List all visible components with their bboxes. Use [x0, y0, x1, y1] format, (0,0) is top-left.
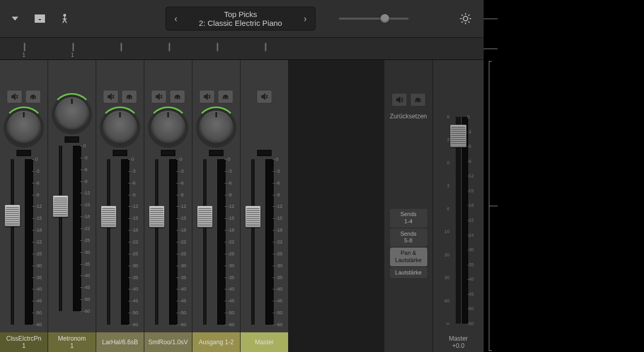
chevron-right-icon[interactable]: ›: [300, 13, 310, 24]
channel-strip: 0-3-6-9-12-15-18-22-25-30-35-40-45-50-60…: [96, 60, 144, 352]
fader-track[interactable]: [155, 159, 158, 325]
marker-tick: [121, 43, 122, 51]
mixer-area: 0-3-6-9-12-15-18-22-25-30-35-40-45-50-60…: [0, 60, 484, 352]
mute-icon[interactable]: [199, 90, 215, 103]
headphones-icon[interactable]: [170, 90, 185, 103]
headphones-icon[interactable]: [218, 90, 233, 103]
fader-mode-button[interactable]: Sends5-8: [390, 228, 427, 247]
master-fader-cap[interactable]: [450, 125, 467, 147]
callout-line: [484, 19, 498, 19]
fader-mode-button[interactable]: Lautstärke: [390, 267, 427, 279]
fader-cap[interactable]: [197, 206, 213, 227]
right-block: Zurücksetzen Sends1-4Sends5-8Pan &Lautst…: [384, 60, 484, 352]
mute-icon[interactable]: [392, 93, 407, 106]
fader-mode-button[interactable]: Sends1-4: [390, 209, 427, 227]
fader-track[interactable]: [107, 159, 110, 325]
strip-label[interactable]: ClssElctrcPn1: [0, 332, 48, 352]
marker-tick: [265, 43, 266, 51]
svg-point-0: [63, 14, 66, 17]
fader-cap[interactable]: [245, 206, 261, 227]
marker-tick: [169, 43, 170, 51]
master-scale-left: 6303610203060∞: [435, 117, 450, 324]
fader-cap[interactable]: [5, 205, 20, 226]
fader-cap[interactable]: [101, 206, 116, 227]
callout-bracket-top: [489, 61, 492, 62]
lcd-line2: 2: Classic Electric Piano: [181, 19, 300, 27]
db-scale: 0-3-6-9-12-15-18-22-25-30-35-40-45-50-60: [275, 159, 287, 325]
marker-tick: [72, 43, 74, 51]
db-scale: 0-3-6-9-12-15-18-22-25-30-35-40-45-50-60: [82, 146, 95, 311]
pan-knob[interactable]: [103, 111, 137, 145]
control-strip: Zurücksetzen Sends1-4Sends5-8Pan &Lautst…: [384, 60, 433, 352]
chevron-left-icon[interactable]: ‹: [171, 13, 181, 24]
gear-icon[interactable]: [458, 11, 473, 26]
mute-icon[interactable]: [151, 90, 167, 103]
db-scale: 0-3-6-9-12-15-18-22-25-30-35-40-45-50-60: [178, 159, 191, 325]
master-strip: 6303610203060∞ 0-3-6-9-12-15-18-22-24-30…: [433, 60, 484, 352]
peak-indicator: [257, 150, 272, 156]
master-value: +0.0: [452, 342, 465, 349]
pan-knob[interactable]: [7, 111, 41, 145]
lcd-text: Top Picks 2: Classic Electric Piano: [181, 10, 300, 27]
mute-icon[interactable]: [103, 90, 118, 103]
strip-label[interactable]: Master: [241, 332, 288, 352]
channel-strip: 0-3-6-9-12-15-18-22-25-30-35-40-45-50-60…: [144, 60, 192, 352]
performer-icon[interactable]: [57, 11, 72, 26]
peak-indicator: [17, 150, 31, 156]
pan-knob[interactable]: [151, 111, 185, 145]
peak-indicator: [161, 150, 175, 156]
channel-strip: 0-3-6-9-12-15-18-22-25-30-35-40-45-50-60…: [192, 60, 241, 352]
master-name: Master: [449, 335, 468, 342]
inbox-icon[interactable]: [33, 11, 47, 26]
peak-indicator: [65, 136, 79, 143]
db-scale: 0-3-6-9-12-15-18-22-25-30-35-40-45-50-60: [34, 159, 47, 325]
mute-icon[interactable]: [7, 90, 22, 103]
strip-label[interactable]: Ausgang 1-2: [192, 332, 240, 352]
fader-track[interactable]: [59, 146, 62, 311]
fader-mode-button[interactable]: Pan &Lautstärke: [390, 248, 427, 266]
db-scale: 0-3-6-9-12-15-18-22-25-30-35-40-45-50-60: [130, 159, 143, 325]
strip-label[interactable]: SmlRoo/1.0sV: [144, 332, 192, 352]
fader-cap[interactable]: [53, 195, 68, 217]
fader-track[interactable]: [251, 159, 254, 325]
svg-point-1: [463, 17, 468, 21]
master-volume-slider[interactable]: [339, 14, 409, 23]
marker-label: 1: [71, 52, 74, 58]
callout-line: [489, 206, 498, 206]
peak-indicator: [113, 150, 127, 156]
db-scale: 0-3-6-9-12-15-18-22-25-30-35-40-45-50-60: [227, 159, 239, 325]
fader-track[interactable]: [11, 159, 14, 325]
channel-strip: 0-3-6-9-12-15-18-22-25-30-35-40-45-50-60…: [0, 60, 48, 352]
channel-strip: 0-3-6-9-12-15-18-22-25-30-35-40-45-50-60…: [241, 60, 289, 352]
headphones-icon[interactable]: [122, 90, 137, 103]
marker-label: 1: [22, 52, 25, 58]
toolbar: ‹ Top Picks 2: Classic Electric Piano ›: [0, 0, 484, 37]
callout-line: [484, 49, 498, 49]
reset-button[interactable]: Zurücksetzen: [390, 113, 427, 120]
master-scale-right: 0-3-6-9-12-15-18-22-24-30-35-40-45-50-60: [467, 117, 482, 324]
mixer-window: ‹ Top Picks 2: Classic Electric Piano › …: [0, 0, 484, 352]
headphones-icon[interactable]: [25, 90, 41, 103]
strip-label[interactable]: LarHal/6.6sB: [96, 332, 144, 352]
marker-tick: [24, 43, 25, 51]
lcd-line1: Top Picks: [181, 10, 300, 19]
master-label: Master +0.0: [433, 332, 484, 352]
fader-cap[interactable]: [149, 206, 164, 227]
headphones-icon[interactable]: [410, 93, 426, 106]
lcd-display: ‹ Top Picks 2: Classic Electric Piano ›: [166, 7, 316, 30]
fader-track[interactable]: [203, 159, 206, 325]
channel-strip: 0-3-6-9-12-15-18-22-25-30-35-40-45-50-60…: [48, 60, 96, 352]
marker-strip[interactable]: 11: [0, 37, 484, 60]
mute-icon[interactable]: [257, 90, 272, 103]
master-fader-track[interactable]: [456, 117, 461, 324]
callout-bracket-bot: [489, 350, 492, 351]
pan-knob[interactable]: [199, 111, 233, 145]
strip-label[interactable]: Metronom1: [48, 332, 96, 352]
menu-down-icon[interactable]: [8, 11, 22, 26]
peak-indicator: [209, 150, 223, 156]
marker-tick: [217, 43, 218, 51]
mixer-empty-area: [289, 60, 384, 352]
pan-knob[interactable]: [55, 97, 89, 131]
